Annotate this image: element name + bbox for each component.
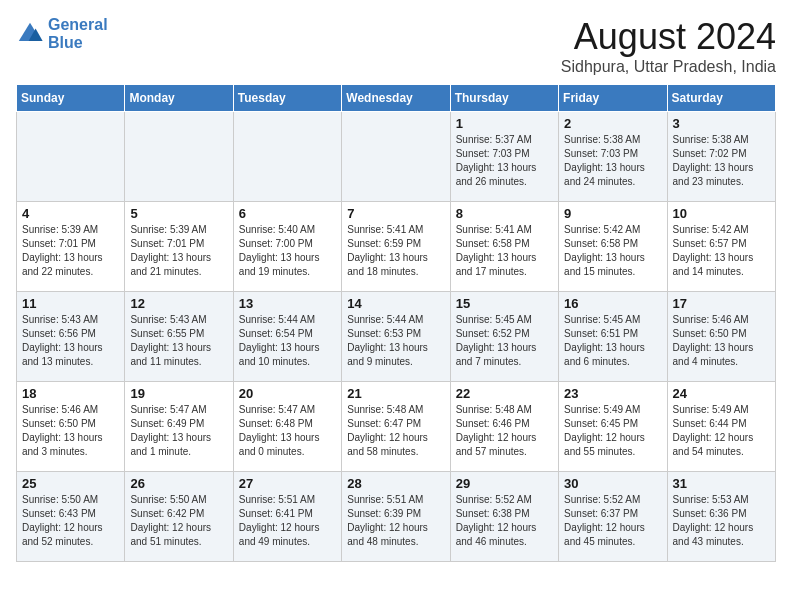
day-number: 19 <box>130 386 227 401</box>
calendar-cell: 20Sunrise: 5:47 AM Sunset: 6:48 PM Dayli… <box>233 382 341 472</box>
day-info: Sunrise: 5:51 AM Sunset: 6:41 PM Dayligh… <box>239 493 336 549</box>
day-number: 1 <box>456 116 553 131</box>
day-number: 24 <box>673 386 770 401</box>
day-number: 29 <box>456 476 553 491</box>
calendar-cell <box>125 112 233 202</box>
day-number: 14 <box>347 296 444 311</box>
calendar-cell: 31Sunrise: 5:53 AM Sunset: 6:36 PM Dayli… <box>667 472 775 562</box>
day-info: Sunrise: 5:48 AM Sunset: 6:46 PM Dayligh… <box>456 403 553 459</box>
day-number: 7 <box>347 206 444 221</box>
col-header-tuesday: Tuesday <box>233 85 341 112</box>
col-header-saturday: Saturday <box>667 85 775 112</box>
day-number: 30 <box>564 476 661 491</box>
logo-line2: Blue <box>48 34 83 51</box>
day-number: 18 <box>22 386 119 401</box>
calendar-cell: 8Sunrise: 5:41 AM Sunset: 6:58 PM Daylig… <box>450 202 558 292</box>
day-info: Sunrise: 5:41 AM Sunset: 6:58 PM Dayligh… <box>456 223 553 279</box>
calendar-cell: 28Sunrise: 5:51 AM Sunset: 6:39 PM Dayli… <box>342 472 450 562</box>
day-info: Sunrise: 5:46 AM Sunset: 6:50 PM Dayligh… <box>673 313 770 369</box>
day-info: Sunrise: 5:39 AM Sunset: 7:01 PM Dayligh… <box>130 223 227 279</box>
calendar-cell: 19Sunrise: 5:47 AM Sunset: 6:49 PM Dayli… <box>125 382 233 472</box>
day-number: 16 <box>564 296 661 311</box>
day-info: Sunrise: 5:48 AM Sunset: 6:47 PM Dayligh… <box>347 403 444 459</box>
day-number: 27 <box>239 476 336 491</box>
calendar-cell: 26Sunrise: 5:50 AM Sunset: 6:42 PM Dayli… <box>125 472 233 562</box>
day-number: 4 <box>22 206 119 221</box>
day-number: 20 <box>239 386 336 401</box>
calendar-cell: 9Sunrise: 5:42 AM Sunset: 6:58 PM Daylig… <box>559 202 667 292</box>
calendar-cell: 17Sunrise: 5:46 AM Sunset: 6:50 PM Dayli… <box>667 292 775 382</box>
day-info: Sunrise: 5:51 AM Sunset: 6:39 PM Dayligh… <box>347 493 444 549</box>
day-info: Sunrise: 5:50 AM Sunset: 6:43 PM Dayligh… <box>22 493 119 549</box>
calendar-cell: 6Sunrise: 5:40 AM Sunset: 7:00 PM Daylig… <box>233 202 341 292</box>
calendar-cell: 22Sunrise: 5:48 AM Sunset: 6:46 PM Dayli… <box>450 382 558 472</box>
header: General Blue August 2024 Sidhpura, Uttar… <box>16 16 776 76</box>
main-title: August 2024 <box>561 16 776 58</box>
day-number: 5 <box>130 206 227 221</box>
week-row-5: 25Sunrise: 5:50 AM Sunset: 6:43 PM Dayli… <box>17 472 776 562</box>
day-number: 22 <box>456 386 553 401</box>
day-info: Sunrise: 5:38 AM Sunset: 7:02 PM Dayligh… <box>673 133 770 189</box>
day-number: 12 <box>130 296 227 311</box>
week-row-2: 4Sunrise: 5:39 AM Sunset: 7:01 PM Daylig… <box>17 202 776 292</box>
col-header-monday: Monday <box>125 85 233 112</box>
subtitle: Sidhpura, Uttar Pradesh, India <box>561 58 776 76</box>
day-info: Sunrise: 5:45 AM Sunset: 6:51 PM Dayligh… <box>564 313 661 369</box>
title-area: August 2024 Sidhpura, Uttar Pradesh, Ind… <box>561 16 776 76</box>
logo-line1: General <box>48 16 108 33</box>
day-info: Sunrise: 5:46 AM Sunset: 6:50 PM Dayligh… <box>22 403 119 459</box>
day-info: Sunrise: 5:38 AM Sunset: 7:03 PM Dayligh… <box>564 133 661 189</box>
calendar-cell: 27Sunrise: 5:51 AM Sunset: 6:41 PM Dayli… <box>233 472 341 562</box>
day-number: 10 <box>673 206 770 221</box>
day-info: Sunrise: 5:40 AM Sunset: 7:00 PM Dayligh… <box>239 223 336 279</box>
col-header-friday: Friday <box>559 85 667 112</box>
calendar-cell: 21Sunrise: 5:48 AM Sunset: 6:47 PM Dayli… <box>342 382 450 472</box>
day-info: Sunrise: 5:42 AM Sunset: 6:58 PM Dayligh… <box>564 223 661 279</box>
calendar-cell: 25Sunrise: 5:50 AM Sunset: 6:43 PM Dayli… <box>17 472 125 562</box>
calendar-cell <box>17 112 125 202</box>
logo-text: General Blue <box>48 16 108 51</box>
calendar-cell: 5Sunrise: 5:39 AM Sunset: 7:01 PM Daylig… <box>125 202 233 292</box>
calendar-cell: 15Sunrise: 5:45 AM Sunset: 6:52 PM Dayli… <box>450 292 558 382</box>
day-info: Sunrise: 5:50 AM Sunset: 6:42 PM Dayligh… <box>130 493 227 549</box>
day-number: 8 <box>456 206 553 221</box>
day-info: Sunrise: 5:49 AM Sunset: 6:45 PM Dayligh… <box>564 403 661 459</box>
day-number: 6 <box>239 206 336 221</box>
col-header-thursday: Thursday <box>450 85 558 112</box>
day-info: Sunrise: 5:52 AM Sunset: 6:37 PM Dayligh… <box>564 493 661 549</box>
calendar-cell: 16Sunrise: 5:45 AM Sunset: 6:51 PM Dayli… <box>559 292 667 382</box>
calendar-cell: 7Sunrise: 5:41 AM Sunset: 6:59 PM Daylig… <box>342 202 450 292</box>
calendar-cell: 23Sunrise: 5:49 AM Sunset: 6:45 PM Dayli… <box>559 382 667 472</box>
day-number: 9 <box>564 206 661 221</box>
logo: General Blue <box>16 16 108 51</box>
day-info: Sunrise: 5:41 AM Sunset: 6:59 PM Dayligh… <box>347 223 444 279</box>
day-number: 31 <box>673 476 770 491</box>
day-info: Sunrise: 5:52 AM Sunset: 6:38 PM Dayligh… <box>456 493 553 549</box>
calendar-cell: 30Sunrise: 5:52 AM Sunset: 6:37 PM Dayli… <box>559 472 667 562</box>
day-info: Sunrise: 5:42 AM Sunset: 6:57 PM Dayligh… <box>673 223 770 279</box>
calendar-cell <box>342 112 450 202</box>
day-number: 28 <box>347 476 444 491</box>
calendar-cell: 4Sunrise: 5:39 AM Sunset: 7:01 PM Daylig… <box>17 202 125 292</box>
day-info: Sunrise: 5:44 AM Sunset: 6:53 PM Dayligh… <box>347 313 444 369</box>
week-row-4: 18Sunrise: 5:46 AM Sunset: 6:50 PM Dayli… <box>17 382 776 472</box>
logo-icon <box>16 20 44 48</box>
col-header-wednesday: Wednesday <box>342 85 450 112</box>
day-info: Sunrise: 5:47 AM Sunset: 6:48 PM Dayligh… <box>239 403 336 459</box>
day-info: Sunrise: 5:43 AM Sunset: 6:55 PM Dayligh… <box>130 313 227 369</box>
day-number: 15 <box>456 296 553 311</box>
day-info: Sunrise: 5:43 AM Sunset: 6:56 PM Dayligh… <box>22 313 119 369</box>
calendar-cell <box>233 112 341 202</box>
day-info: Sunrise: 5:39 AM Sunset: 7:01 PM Dayligh… <box>22 223 119 279</box>
calendar-cell: 1Sunrise: 5:37 AM Sunset: 7:03 PM Daylig… <box>450 112 558 202</box>
day-number: 17 <box>673 296 770 311</box>
calendar-cell: 3Sunrise: 5:38 AM Sunset: 7:02 PM Daylig… <box>667 112 775 202</box>
day-number: 11 <box>22 296 119 311</box>
day-number: 2 <box>564 116 661 131</box>
header-row: SundayMondayTuesdayWednesdayThursdayFrid… <box>17 85 776 112</box>
calendar-cell: 13Sunrise: 5:44 AM Sunset: 6:54 PM Dayli… <box>233 292 341 382</box>
calendar-cell: 12Sunrise: 5:43 AM Sunset: 6:55 PM Dayli… <box>125 292 233 382</box>
day-number: 25 <box>22 476 119 491</box>
calendar-cell: 18Sunrise: 5:46 AM Sunset: 6:50 PM Dayli… <box>17 382 125 472</box>
calendar-table: SundayMondayTuesdayWednesdayThursdayFrid… <box>16 84 776 562</box>
